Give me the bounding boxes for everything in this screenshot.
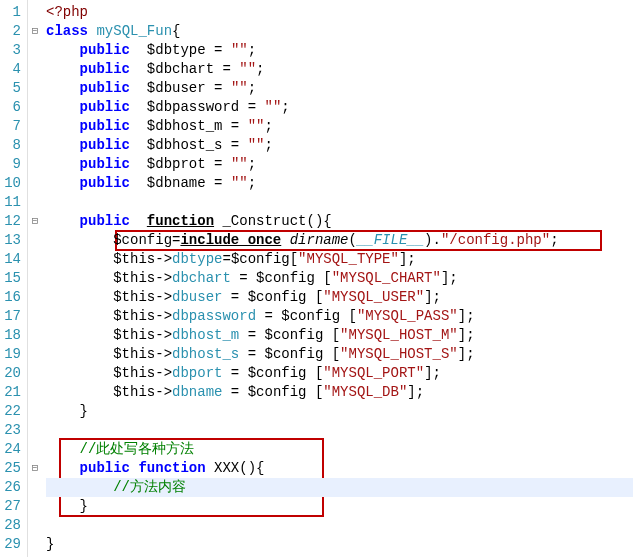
code-line[interactable]: public $dbname = ""; [46,174,633,193]
token-kw: public [80,99,130,115]
token-op: [ [307,384,324,400]
token-kw: public [80,118,130,134]
token-op: } [46,536,54,552]
fold-marker [28,155,42,174]
fold-marker [28,497,42,516]
code-line[interactable]: public $dbprot = ""; [46,155,633,174]
code-line[interactable] [46,516,633,535]
code-line[interactable]: $this->dbname = $config ["MYSQL_DB"]; [46,383,633,402]
code-line[interactable]: class mySQL_Fun{ [46,22,633,41]
token-op [130,61,147,77]
fold-marker [28,174,42,193]
token-fn: function [147,213,214,229]
token-op: [ [290,251,298,267]
code-line[interactable] [46,421,633,440]
code-line[interactable]: $this->dbtype=$config["MYSQL_TYPE"]; [46,250,633,269]
token-op: ]; [441,270,458,286]
token-var: $this [113,346,155,362]
fold-marker[interactable]: ⊟ [28,22,42,41]
token-var: $dbpassword [147,99,239,115]
fold-marker [28,288,42,307]
token-var: $this [113,251,155,267]
code-line[interactable]: $this->dbport = $config ["MYSQL_PORT"]; [46,364,633,383]
code-line[interactable]: public $dbpassword = ""; [46,98,633,117]
token-var: $dbhost_s [147,137,223,153]
code-line[interactable]: $this->dbhost_m = $config ["MYSQL_HOST_M… [46,326,633,345]
token-var: $config [264,346,323,362]
token-str: "" [231,42,248,58]
token-op: -> [155,251,172,267]
token-prop: dbname [172,384,222,400]
code-line[interactable] [46,193,633,212]
token-op: = [231,270,256,286]
token-op: = [222,289,247,305]
token-op: [ [340,308,357,324]
token-op: = [206,42,231,58]
line-number: 26 [4,478,21,497]
code-line[interactable]: <?php [46,3,633,22]
code-line[interactable]: $this->dbhost_s = $config ["MYSQL_HOST_S… [46,345,633,364]
code-line[interactable]: $this->dbchart = $config ["MYSQL_CHART"]… [46,269,633,288]
fold-marker [28,364,42,383]
line-number: 13 [4,231,21,250]
token-op: ; [248,80,256,96]
fold-column[interactable]: ⊟⊟⊟ [28,0,42,557]
code-line[interactable]: } [46,497,633,516]
token-kw: public [80,156,130,172]
token-var: $dbname [147,175,206,191]
token-var: $config [281,308,340,324]
token-op: } [46,403,88,419]
token-kw: public [80,213,130,229]
token-op [46,384,113,400]
token-str: "" [248,137,265,153]
code-line[interactable]: } [46,535,633,554]
token-op: ; [265,137,273,153]
token-op: ]; [424,289,441,305]
token-var: $dbchart [147,61,214,77]
code-line[interactable]: //方法内容 [46,478,633,497]
token-prop: dbhost_m [172,327,239,343]
fold-marker [28,402,42,421]
token-var: $config [113,232,172,248]
token-op: ]; [399,251,416,267]
token-op [46,232,113,248]
token-kw: class [46,23,88,39]
code-line[interactable]: public $dbhost_s = ""; [46,136,633,155]
token-op [130,156,147,172]
line-number: 7 [4,117,21,136]
token-str: "" [231,156,248,172]
token-op: ). [424,232,441,248]
token-op: = [222,365,247,381]
token-op: -> [155,384,172,400]
fold-marker[interactable]: ⊟ [28,212,42,231]
token-op: ]; [407,384,424,400]
code-area[interactable]: <?phpclass mySQL_Fun{ public $dbtype = "… [42,0,633,557]
fold-marker [28,440,42,459]
code-line[interactable]: public $dbtype = ""; [46,41,633,60]
code-line[interactable]: public $dbchart = ""; [46,60,633,79]
fold-marker[interactable]: ⊟ [28,459,42,478]
code-line[interactable]: $this->dbuser = $config ["MYSQL_USER"]; [46,288,633,307]
token-op [46,80,80,96]
token-op: [ [323,327,340,343]
line-number: 21 [4,383,21,402]
token-var: $this [113,308,155,324]
code-line[interactable]: public function _Construct(){ [46,212,633,231]
fold-marker [28,3,42,22]
code-line[interactable]: } [46,402,633,421]
token-op: ; [248,42,256,58]
code-editor[interactable]: 1234567891011121314151617181920212223242… [0,0,633,557]
token-op: = [239,99,264,115]
token-op: ]; [458,346,475,362]
token-op: = [222,384,247,400]
code-line[interactable]: $this->dbpassword = $config ["MYSQL_PASS… [46,307,633,326]
token-op [46,365,113,381]
code-line[interactable]: $config=include_once dirname(__FILE__)."… [46,231,633,250]
code-line[interactable]: public $dbhost_m = ""; [46,117,633,136]
code-line[interactable]: //此处写各种方法 [46,440,633,459]
token-str: "MYSQL_HOST_M" [340,327,458,343]
code-line[interactable]: public $dbuser = ""; [46,79,633,98]
code-line[interactable]: public function XXX(){ [46,459,633,478]
line-number: 6 [4,98,21,117]
line-number: 5 [4,79,21,98]
